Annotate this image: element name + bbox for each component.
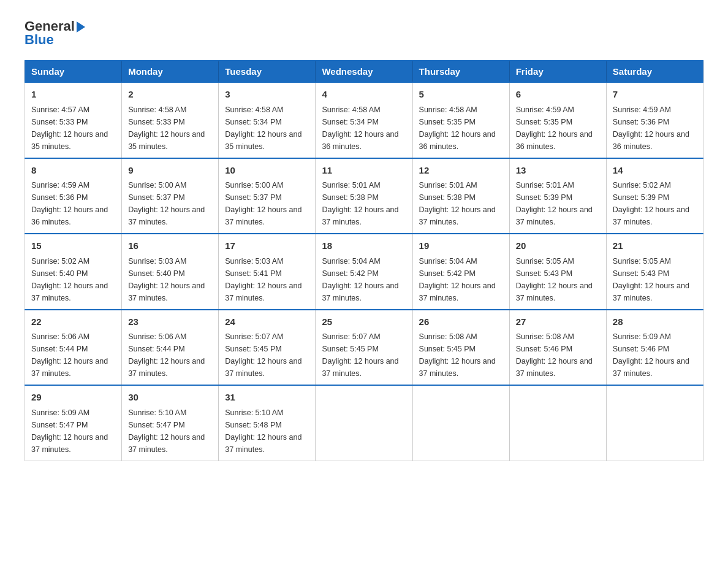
calendar-cell: 7 Sunrise: 4:59 AMSunset: 5:36 PMDayligh… (606, 82, 703, 158)
calendar-cell: 18 Sunrise: 5:04 AMSunset: 5:42 PMDaylig… (316, 234, 412, 310)
day-info: Sunrise: 5:03 AMSunset: 5:41 PMDaylight:… (225, 257, 301, 302)
logo-arrow-icon (77, 21, 85, 33)
calendar-cell: 3 Sunrise: 4:58 AMSunset: 5:34 PMDayligh… (219, 82, 316, 158)
day-info: Sunrise: 5:08 AMSunset: 5:46 PMDaylight:… (516, 332, 593, 378)
day-number: 19 (419, 239, 503, 253)
day-info: Sunrise: 5:03 AMSunset: 5:40 PMDaylight:… (128, 257, 205, 302)
calendar-cell: 19 Sunrise: 5:04 AMSunset: 5:42 PMDaylig… (412, 234, 509, 310)
calendar-week-row: 1 Sunrise: 4:57 AMSunset: 5:33 PMDayligh… (25, 82, 703, 158)
day-number: 22 (31, 315, 115, 329)
calendar-cell: 4 Sunrise: 4:58 AMSunset: 5:34 PMDayligh… (316, 82, 412, 158)
calendar-cell: 6 Sunrise: 4:59 AMSunset: 5:35 PMDayligh… (509, 82, 606, 158)
calendar-cell: 9 Sunrise: 5:00 AMSunset: 5:37 PMDayligh… (122, 158, 219, 234)
logo-text-blue: Blue (25, 32, 54, 48)
day-number: 23 (128, 315, 212, 329)
day-info: Sunrise: 5:00 AMSunset: 5:37 PMDaylight:… (128, 181, 205, 226)
calendar-cell (412, 385, 509, 461)
day-info: Sunrise: 5:09 AMSunset: 5:46 PMDaylight:… (613, 332, 689, 378)
day-number: 11 (322, 164, 406, 178)
day-number: 20 (516, 239, 600, 253)
day-number: 18 (322, 239, 406, 253)
day-of-week-header: Thursday (412, 61, 509, 82)
calendar-week-row: 15 Sunrise: 5:02 AMSunset: 5:40 PMDaylig… (25, 234, 703, 310)
day-info: Sunrise: 5:10 AMSunset: 5:48 PMDaylight:… (225, 408, 301, 454)
calendar-cell: 8 Sunrise: 4:59 AMSunset: 5:36 PMDayligh… (25, 158, 122, 234)
day-info: Sunrise: 5:00 AMSunset: 5:37 PMDaylight:… (225, 181, 301, 226)
day-number: 10 (225, 164, 309, 178)
day-of-week-header: Sunday (25, 61, 122, 82)
day-number: 8 (31, 164, 115, 178)
day-of-week-header: Friday (509, 61, 606, 82)
day-number: 28 (613, 315, 697, 329)
day-number: 14 (613, 164, 697, 178)
calendar-cell: 29 Sunrise: 5:09 AMSunset: 5:47 PMDaylig… (25, 385, 122, 461)
day-number: 15 (31, 239, 115, 253)
day-number: 2 (128, 88, 212, 102)
day-info: Sunrise: 5:04 AMSunset: 5:42 PMDaylight:… (322, 257, 398, 302)
day-number: 4 (322, 88, 406, 102)
logo: General Blue (25, 18, 85, 48)
day-number: 26 (419, 315, 503, 329)
calendar-cell: 28 Sunrise: 5:09 AMSunset: 5:46 PMDaylig… (606, 310, 703, 386)
day-number: 29 (31, 391, 115, 405)
day-info: Sunrise: 5:08 AMSunset: 5:45 PMDaylight:… (419, 332, 496, 378)
day-number: 13 (516, 164, 600, 178)
calendar-cell: 31 Sunrise: 5:10 AMSunset: 5:48 PMDaylig… (219, 385, 316, 461)
day-info: Sunrise: 5:07 AMSunset: 5:45 PMDaylight:… (225, 332, 301, 378)
day-number: 16 (128, 239, 212, 253)
day-info: Sunrise: 5:01 AMSunset: 5:38 PMDaylight:… (419, 181, 496, 226)
day-number: 9 (128, 164, 212, 178)
calendar-cell: 30 Sunrise: 5:10 AMSunset: 5:47 PMDaylig… (122, 385, 219, 461)
calendar-cell: 22 Sunrise: 5:06 AMSunset: 5:44 PMDaylig… (25, 310, 122, 386)
calendar-cell: 26 Sunrise: 5:08 AMSunset: 5:45 PMDaylig… (412, 310, 509, 386)
calendar-cell: 13 Sunrise: 5:01 AMSunset: 5:39 PMDaylig… (509, 158, 606, 234)
day-number: 25 (322, 315, 406, 329)
day-info: Sunrise: 5:09 AMSunset: 5:47 PMDaylight:… (31, 408, 108, 454)
calendar-cell: 27 Sunrise: 5:08 AMSunset: 5:46 PMDaylig… (509, 310, 606, 386)
calendar-cell (316, 385, 412, 461)
day-info: Sunrise: 5:02 AMSunset: 5:39 PMDaylight:… (613, 181, 689, 226)
day-number: 7 (613, 88, 697, 102)
calendar-week-row: 29 Sunrise: 5:09 AMSunset: 5:47 PMDaylig… (25, 385, 703, 461)
day-number: 24 (225, 315, 309, 329)
day-info: Sunrise: 5:01 AMSunset: 5:39 PMDaylight:… (516, 181, 593, 226)
day-number: 31 (225, 391, 309, 405)
calendar-cell: 10 Sunrise: 5:00 AMSunset: 5:37 PMDaylig… (219, 158, 316, 234)
calendar-cell: 16 Sunrise: 5:03 AMSunset: 5:40 PMDaylig… (122, 234, 219, 310)
day-info: Sunrise: 5:04 AMSunset: 5:42 PMDaylight:… (419, 257, 496, 302)
day-info: Sunrise: 4:58 AMSunset: 5:34 PMDaylight:… (225, 105, 301, 151)
day-info: Sunrise: 5:05 AMSunset: 5:43 PMDaylight:… (516, 257, 593, 302)
calendar-cell: 17 Sunrise: 5:03 AMSunset: 5:41 PMDaylig… (219, 234, 316, 310)
day-of-week-header: Tuesday (219, 61, 316, 82)
day-info: Sunrise: 4:58 AMSunset: 5:34 PMDaylight:… (322, 105, 398, 151)
calendar-header-row: SundayMondayTuesdayWednesdayThursdayFrid… (25, 61, 703, 82)
day-number: 3 (225, 88, 309, 102)
page-header: General Blue (25, 18, 703, 48)
day-info: Sunrise: 4:59 AMSunset: 5:36 PMDaylight:… (613, 105, 689, 151)
day-info: Sunrise: 4:58 AMSunset: 5:35 PMDaylight:… (419, 105, 496, 151)
day-number: 27 (516, 315, 600, 329)
day-number: 17 (225, 239, 309, 253)
calendar-cell: 12 Sunrise: 5:01 AMSunset: 5:38 PMDaylig… (412, 158, 509, 234)
day-info: Sunrise: 4:58 AMSunset: 5:33 PMDaylight:… (128, 105, 205, 151)
calendar-cell: 15 Sunrise: 5:02 AMSunset: 5:40 PMDaylig… (25, 234, 122, 310)
day-number: 1 (31, 88, 115, 102)
day-info: Sunrise: 5:10 AMSunset: 5:47 PMDaylight:… (128, 408, 205, 454)
calendar-week-row: 8 Sunrise: 4:59 AMSunset: 5:36 PMDayligh… (25, 158, 703, 234)
day-number: 30 (128, 391, 212, 405)
day-info: Sunrise: 5:01 AMSunset: 5:38 PMDaylight:… (322, 181, 398, 226)
calendar-cell: 1 Sunrise: 4:57 AMSunset: 5:33 PMDayligh… (25, 82, 122, 158)
day-of-week-header: Wednesday (316, 61, 412, 82)
day-info: Sunrise: 5:05 AMSunset: 5:43 PMDaylight:… (613, 257, 689, 302)
day-of-week-header: Monday (122, 61, 219, 82)
calendar-cell: 11 Sunrise: 5:01 AMSunset: 5:38 PMDaylig… (316, 158, 412, 234)
calendar-cell: 23 Sunrise: 5:06 AMSunset: 5:44 PMDaylig… (122, 310, 219, 386)
calendar-cell: 24 Sunrise: 5:07 AMSunset: 5:45 PMDaylig… (219, 310, 316, 386)
calendar-table: SundayMondayTuesdayWednesdayThursdayFrid… (25, 60, 703, 461)
calendar-cell (509, 385, 606, 461)
day-number: 21 (613, 239, 697, 253)
calendar-cell: 2 Sunrise: 4:58 AMSunset: 5:33 PMDayligh… (122, 82, 219, 158)
calendar-cell: 5 Sunrise: 4:58 AMSunset: 5:35 PMDayligh… (412, 82, 509, 158)
calendar-week-row: 22 Sunrise: 5:06 AMSunset: 5:44 PMDaylig… (25, 310, 703, 386)
day-info: Sunrise: 4:57 AMSunset: 5:33 PMDaylight:… (31, 105, 108, 151)
